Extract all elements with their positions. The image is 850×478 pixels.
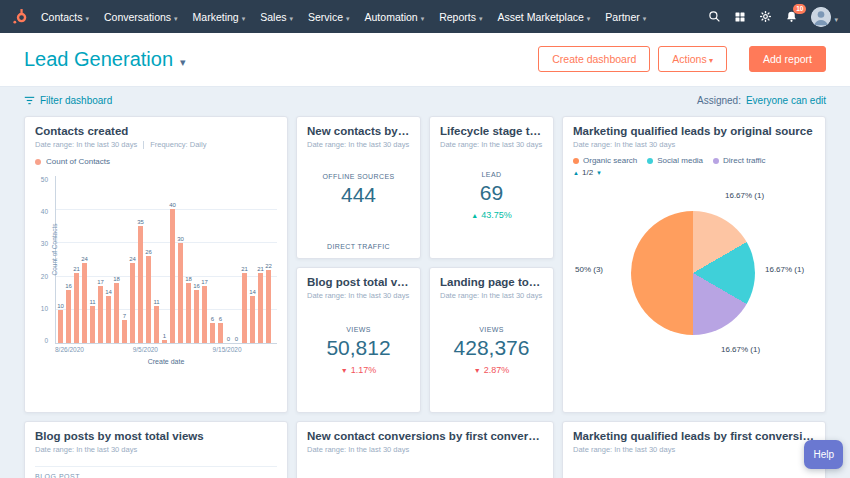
settings-gear-icon[interactable] [759, 10, 772, 23]
x-tick-label: 8/26/2020 [55, 346, 84, 353]
add-report-button[interactable]: Add report [749, 46, 826, 72]
bar-value-label: 6 [211, 316, 214, 322]
metric-value: 50,812 [326, 336, 390, 360]
date-range-label: Date range: In the last 30 days [35, 140, 137, 149]
pie-slice-label: 16.67% (1) [765, 265, 804, 274]
help-button[interactable]: Help [804, 440, 843, 469]
bar-chart: Count of Contacts 50403020100 1016212411… [35, 176, 277, 365]
date-range-label: Date range: In the last 30 days [440, 291, 542, 300]
nav-item-service[interactable]: Service [308, 11, 350, 23]
legend-label[interactable]: Count of Contacts [46, 157, 110, 166]
card-blog-posts-by-views: Blog posts by most total views Date rang… [24, 421, 288, 478]
delta-value: 1.17% [351, 365, 377, 375]
x-tick-label: 9/5/2020 [133, 346, 158, 353]
card-mql-by-first-conversion: Marketing qualified leads by first conve… [562, 421, 826, 478]
bar: 26 [146, 256, 151, 343]
nav-item-marketing[interactable]: Marketing [193, 11, 246, 23]
nav-item-conversations[interactable]: Conversations [104, 11, 178, 23]
report-title: Blog posts by most total views [35, 430, 277, 442]
bar: 11 [90, 306, 95, 343]
bar: 6 [218, 323, 223, 343]
legend-page-down-icon[interactable] [596, 168, 602, 177]
header-actions: Create dashboard Actions Add report [538, 46, 826, 72]
bar: 21 [74, 273, 79, 343]
nav-item-sales[interactable]: Sales [260, 11, 293, 23]
assigned-label: Assigned: [697, 95, 741, 106]
notifications-bell-icon[interactable]: 10 [785, 10, 798, 23]
bar-value-label: 17 [97, 279, 104, 285]
legend-item-direct-traffic[interactable]: Direct traffic [713, 156, 766, 165]
page-title: Lead Generation [24, 48, 173, 71]
dashboard-title-selector[interactable]: Lead Generation [24, 48, 186, 71]
y-tick-label: 30 [41, 240, 48, 247]
nav-item-reports[interactable]: Reports [439, 11, 482, 23]
notification-badge: 10 [793, 4, 806, 14]
search-icon[interactable] [708, 10, 721, 23]
bar-value-label: 16 [193, 283, 200, 289]
nav-item-contacts[interactable]: Contacts [41, 11, 89, 23]
bar: 1 [162, 340, 167, 343]
filter-dashboard-link[interactable]: Filter dashboard [24, 95, 112, 106]
bar-value-label: 18 [185, 276, 192, 282]
legend-item-organic-search[interactable]: Organic search [573, 156, 637, 165]
nav-label: Service [308, 11, 343, 23]
metric-body: VIEWS 428,376 2.87% [440, 326, 543, 375]
assigned-everyone-link[interactable]: Everyone can edit [746, 95, 826, 106]
filter-lines-icon [24, 95, 35, 106]
bar-value-label: 40 [169, 202, 176, 208]
page-header: Lead Generation Create dashboard Actions… [0, 33, 850, 87]
bar: 40 [170, 209, 175, 343]
bar: 24 [82, 263, 87, 343]
chevron-down-icon [479, 11, 483, 23]
nav-item-partner[interactable]: Partner [605, 11, 646, 23]
report-subtitle: Date range: In the last 30 days [573, 140, 815, 149]
date-range-label: Date range: In the last 30 days [307, 291, 409, 300]
chevron-down-icon [421, 11, 425, 23]
legend-dot [35, 159, 41, 165]
nav-item-automation[interactable]: Automation [365, 11, 425, 23]
chevron-down-icon [587, 11, 591, 23]
nav-label: Marketing [193, 11, 239, 23]
card-landing-page-total-views: Landing page total vie... Date range: In… [429, 267, 554, 413]
report-subtitle: Date range: In the last 30 days [307, 445, 543, 454]
bar-value-label: 21 [241, 266, 248, 272]
x-tick-label: 9/15/2020 [213, 346, 242, 353]
nav-item-asset-marketplace[interactable]: Asset Marketplace [497, 11, 590, 23]
chevron-down-icon [834, 8, 838, 26]
top-navbar: Contacts Conversations Marketing Sales S… [0, 0, 850, 33]
create-dashboard-button[interactable]: Create dashboard [538, 46, 650, 72]
filter-bar: Filter dashboard Assigned: Everyone can … [0, 87, 850, 108]
legend-page-up-icon[interactable] [573, 168, 579, 177]
pie-legend: Organic search Social media Direct traff… [573, 156, 815, 165]
marketplace-grid-icon[interactable] [734, 11, 746, 23]
actions-button[interactable]: Actions [658, 46, 727, 72]
y-tick-label: 10 [41, 305, 48, 312]
bar-value-label: 7 [123, 313, 126, 319]
report-title: Marketing qualified leads by original so… [573, 125, 815, 137]
bar-value-label: 10 [57, 303, 64, 309]
delta-value: 43.75% [481, 210, 512, 220]
bar-value-label: 1 [163, 333, 166, 339]
pie-slice-label: 16.67% (1) [725, 191, 764, 200]
bar: 6 [210, 323, 215, 343]
account-menu[interactable] [811, 7, 838, 27]
pie-chart[interactable] [631, 211, 755, 335]
legend-page-indicator: 1/2 [582, 168, 593, 177]
next-source-label: DIRECT TRAFFIC [297, 243, 420, 250]
bar-value-label: 16 [65, 283, 72, 289]
date-range-label: Date range: In the last 30 days [440, 140, 542, 149]
hubspot-logo-icon[interactable] [12, 8, 29, 25]
nav-label: Asset Marketplace [497, 11, 583, 23]
bar-value-label: 30 [177, 236, 184, 242]
card-contacts-created: Contacts created Date range: In the last… [24, 116, 288, 413]
bar: 14 [250, 296, 255, 343]
date-range-label: Date range: In the last 30 days [307, 140, 409, 149]
date-range-label: Date range: In the last 30 days [573, 445, 675, 454]
bar-value-label: 24 [81, 256, 88, 262]
chevron-down-icon [346, 11, 350, 23]
delta-value: 2.87% [484, 365, 510, 375]
card-new-contact-conversions: New contact conversions by first convers… [296, 421, 554, 478]
legend-item-social-media[interactable]: Social media [647, 156, 703, 165]
metric-value: 69 [480, 181, 503, 205]
avatar [811, 7, 831, 27]
